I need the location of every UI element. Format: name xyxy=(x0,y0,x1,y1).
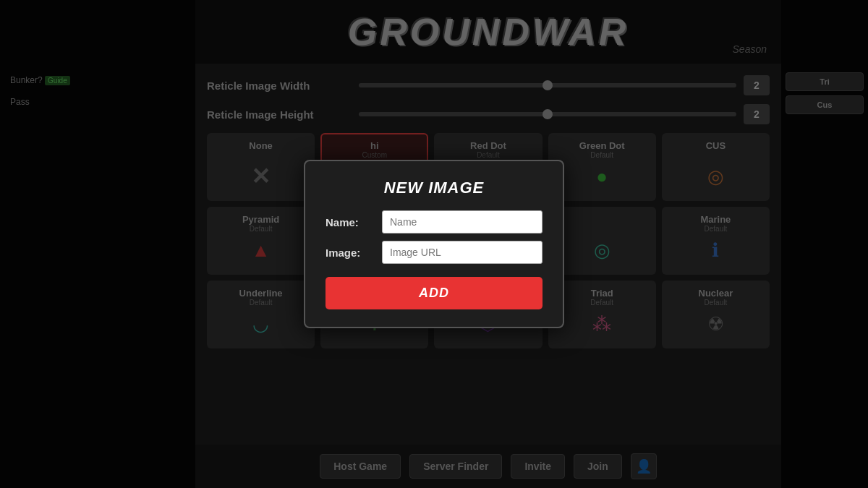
modal-add-button[interactable]: Add xyxy=(326,277,542,309)
modal-image-label: Image: xyxy=(326,247,376,259)
modal-name-label: Name: xyxy=(326,216,376,228)
modal-name-row: Name: xyxy=(326,210,542,234)
modal-overlay: New Image Name: Image: Add xyxy=(0,0,868,488)
modal-title: New Image xyxy=(326,179,542,197)
modal-image-row: Image: xyxy=(326,241,542,264)
modal-image-input[interactable] xyxy=(382,241,542,264)
modal-name-input[interactable] xyxy=(382,210,542,234)
new-image-modal: New Image Name: Image: Add xyxy=(304,160,564,328)
